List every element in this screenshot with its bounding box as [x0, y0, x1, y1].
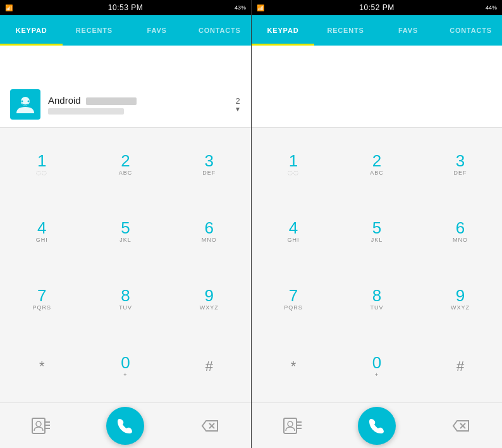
dialpad-left: 1 ◌◌ 2 ABC 3 DEF 4 GHI 5 JKL 6 — [0, 128, 251, 402]
status-time-left: 10:53 PM — [108, 3, 143, 12]
status-bar-right: 📶 10:52 PM 44% — [252, 0, 502, 15]
tab-recents-right[interactable]: RECENTS — [314, 15, 377, 46]
dialpad-right: 1 ◌◌ 2 ABC 3 DEF 4 GHI 5 JKL 6 — [252, 128, 502, 402]
dial-key-0-right[interactable]: 0 + — [354, 350, 400, 383]
dial-key-hash-left[interactable]: # — [187, 350, 232, 383]
contact-suggestion[interactable]: Android 2 ▼ — [5, 87, 246, 122]
dial-key-8-left[interactable]: 8 TUV — [102, 282, 148, 315]
wifi-icon: 📶 — [5, 4, 13, 11]
svg-rect-4 — [29, 97, 30, 99]
call-icon-right — [367, 416, 386, 435]
dial-key-1-right[interactable]: 1 ◌◌ — [271, 147, 316, 180]
status-icons-right-right: 44% — [486, 4, 497, 11]
dialpad-row-2-left: 4 GHI 5 JKL 6 MNO — [0, 198, 251, 266]
dial-key-2-left[interactable]: 2 ABC — [102, 147, 148, 180]
dial-key-5-left[interactable]: 5 JKL — [102, 215, 148, 248]
svg-rect-5 — [32, 418, 45, 433]
svg-point-6 — [36, 421, 41, 426]
delete-button-left[interactable] — [193, 409, 226, 442]
status-bar-left: 📶 10:53 PM 43% — [0, 0, 251, 15]
display-area-right — [252, 46, 502, 128]
dial-key-2-right[interactable]: 2 ABC — [354, 147, 400, 180]
contact-name-blurred — [86, 97, 137, 105]
contacts-dial-icon-right — [283, 416, 303, 436]
wifi-icon-right: 📶 — [257, 4, 264, 11]
dial-key-3-right[interactable]: 3 DEF — [438, 147, 483, 180]
dial-key-3-left[interactable]: 3 DEF — [187, 147, 232, 180]
tab-bar-right: KEYPAD RECENTS FAVS CONTACTS — [252, 15, 502, 46]
tab-contacts-right[interactable]: CONTACTS — [439, 15, 502, 46]
dialpad-row-1-right: 1 ◌◌ 2 ABC 3 DEF — [252, 130, 502, 198]
dial-key-4-left[interactable]: 4 GHI — [19, 215, 64, 248]
svg-point-2 — [28, 101, 30, 103]
dial-key-9-left[interactable]: 9 WXYZ — [187, 282, 232, 315]
dialpad-row-3-left: 7 PQRS 8 TUV 9 WXYZ — [0, 265, 251, 333]
tab-favs-right[interactable]: FAVS — [377, 15, 439, 46]
dial-key-star-right[interactable]: * — [271, 350, 316, 383]
dial-key-6-right[interactable]: 6 MNO — [438, 215, 483, 248]
svg-rect-12 — [284, 418, 297, 433]
dialpad-row-2-right: 4 GHI 5 JKL 6 MNO — [252, 198, 502, 266]
dial-key-9-right[interactable]: 9 WXYZ — [438, 282, 483, 315]
svg-rect-3 — [20, 97, 21, 99]
dial-key-7-right[interactable]: 7 PQRS — [271, 282, 316, 315]
battery-icon-left: 43% — [235, 4, 246, 11]
bottom-bar-left — [0, 402, 251, 448]
display-area-left: Android 2 ▼ — [0, 46, 251, 128]
dial-key-5-right[interactable]: 5 JKL — [354, 215, 400, 248]
tab-recents-left[interactable]: RECENTS — [63, 15, 125, 46]
tab-bar-left: KEYPAD RECENTS FAVS CONTACTS — [0, 15, 251, 46]
svg-point-1 — [21, 101, 23, 103]
dial-key-7-left[interactable]: 7 PQRS — [19, 282, 64, 315]
call-button-right[interactable] — [358, 407, 396, 445]
contacts-dial-button-right[interactable] — [276, 409, 309, 442]
delete-button-right[interactable] — [444, 409, 477, 442]
status-time-right: 10:52 PM — [359, 3, 394, 12]
dial-key-star-left[interactable]: * — [19, 350, 64, 383]
dial-key-4-right[interactable]: 4 GHI — [271, 215, 316, 248]
dialpad-row-4-right: * 0 + # — [252, 333, 502, 401]
dialpad-row-3-right: 7 PQRS 8 TUV 9 WXYZ — [252, 265, 502, 333]
dial-key-0-left[interactable]: 0 + — [102, 350, 148, 383]
battery-icon-right: 44% — [486, 4, 497, 11]
dialpad-row-4-left: * 0 + # — [0, 333, 251, 401]
contacts-dial-icon-left — [31, 416, 51, 436]
status-icons-right-left: 43% — [235, 4, 246, 11]
contact-count: 2 ▼ — [235, 96, 241, 113]
tab-keypad-left[interactable]: KEYPAD — [0, 15, 63, 46]
phone-left: 📶 10:53 PM 43% KEYPAD RECENTS FAVS CONTA… — [0, 0, 251, 448]
dial-key-hash-right[interactable]: # — [438, 350, 483, 383]
status-icons-left: 📶 — [5, 4, 13, 11]
status-icons-left-right: 📶 — [257, 4, 264, 11]
tab-favs-left[interactable]: FAVS — [126, 15, 188, 46]
delete-icon-right — [451, 416, 471, 436]
phone-right: 📶 10:52 PM 44% KEYPAD RECENTS FAVS CONTA… — [251, 0, 502, 448]
call-button-left[interactable] — [106, 407, 144, 445]
contacts-dial-button-left[interactable] — [25, 409, 58, 442]
contact-name: Android — [48, 95, 235, 106]
delete-icon-left — [200, 416, 220, 436]
call-icon-left — [116, 416, 135, 435]
svg-point-13 — [288, 421, 293, 426]
dial-key-8-right[interactable]: 8 TUV — [354, 282, 400, 315]
dial-key-6-left[interactable]: 6 MNO — [187, 215, 232, 248]
tab-keypad-right[interactable]: KEYPAD — [252, 15, 314, 46]
contact-info: Android — [48, 95, 235, 115]
tab-contacts-left[interactable]: CONTACTS — [188, 15, 251, 46]
dialpad-row-1-left: 1 ◌◌ 2 ABC 3 DEF — [0, 130, 251, 198]
dial-key-1-left[interactable]: 1 ◌◌ — [19, 147, 64, 180]
bottom-bar-right — [252, 402, 502, 448]
contact-avatar — [10, 89, 40, 120]
contact-number — [48, 108, 124, 115]
arrow-down-icon: ▼ — [235, 106, 241, 113]
